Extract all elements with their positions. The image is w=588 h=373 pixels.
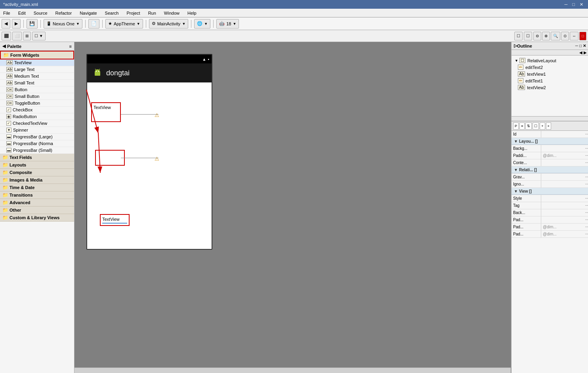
menu-file[interactable]: File (2, 10, 12, 16)
palette-item-checkbox[interactable]: ✓ CheckBox (0, 107, 74, 113)
api-dropdown[interactable]: 🤖 18 ▼ (216, 19, 239, 29)
zoom-actual-btn[interactable]: 🔍 (551, 32, 560, 40)
prop-value-gravity[interactable] (541, 174, 585, 180)
palette-item-checkedtextview[interactable]: ✓ CheckedTextView (0, 120, 74, 127)
menu-source[interactable]: Source (32, 10, 49, 16)
toggle-landscape-btn[interactable]: ⬜ (12, 32, 22, 40)
section-expand-relati[interactable]: ▼ (514, 168, 518, 172)
menu-project[interactable]: Project (125, 10, 141, 16)
palette-item-largetext[interactable]: Ab Large Text (0, 66, 74, 73)
category-images-media[interactable]: 📁 Images & Media (0, 176, 74, 184)
category-text-fields[interactable]: 📁 Text Fields (0, 154, 74, 161)
zoom-in-btn[interactable]: ⊕ (542, 32, 550, 40)
category-transitions[interactable]: 📁 Transitions (0, 191, 74, 199)
category-form-widgets[interactable]: 📁 Form Widgets (0, 51, 74, 59)
window-controls[interactable]: ─ □ ✕ (563, 2, 585, 7)
prop-value-id[interactable] (541, 131, 585, 138)
canvas-scroll-container[interactable]: ▲ ▪ (74, 42, 511, 367)
prop-value-style[interactable] (541, 195, 585, 202)
theme-dropdown[interactable]: ★ AppTheme ▼ (105, 19, 143, 29)
menu-help[interactable]: Help (186, 10, 198, 16)
textview2-box[interactable]: TextView (100, 214, 130, 226)
prop-dots-background[interactable]: ... (585, 145, 588, 152)
prop-value-back[interactable] (541, 209, 585, 216)
snap-btn[interactable]: ☐ ▼ (32, 32, 46, 40)
prop-dots-content[interactable]: ... (585, 159, 588, 166)
tree-item-edittext2[interactable]: ✏ editText2 (513, 64, 587, 71)
prop-dots-ignoregravity[interactable]: ... (585, 181, 588, 187)
palette-item-radiobutton[interactable]: ◉ RadioButton (0, 113, 74, 120)
close-btn[interactable]: ✕ (578, 2, 585, 7)
zoom-btn2[interactable]: ☐ (524, 32, 532, 40)
section-expand-view[interactable]: ▼ (514, 189, 518, 193)
prop-dots-back[interactable]: ... (585, 209, 588, 216)
back-button[interactable]: ◀ (2, 19, 10, 29)
prop-dots-style[interactable]: ... (585, 195, 588, 202)
prop-value-tag[interactable] (541, 202, 585, 209)
prop-dots-padding[interactable]: ... (585, 152, 588, 159)
menu-navigate[interactable]: Navigate (78, 10, 98, 16)
prop-dots-tag[interactable]: ... (585, 202, 588, 209)
prop-dots-pad1[interactable]: ... (585, 216, 588, 223)
prop-dots-id[interactable]: ... (585, 131, 588, 138)
palette-item-textview[interactable]: Ab TextView (0, 59, 74, 66)
palette-item-progressbar-normal[interactable]: ▬ ProgressBar (Norma (0, 140, 74, 147)
palette-item-togglebutton[interactable]: OK ToggleButton (0, 100, 74, 107)
prop-dots-pad3[interactable]: ... (585, 231, 588, 237)
prop-value-padding[interactable]: @dim... (541, 152, 585, 159)
zoom-fit-btn[interactable]: ☐ (514, 32, 523, 40)
menu-refactor[interactable]: Refactor (54, 10, 74, 16)
tree-item-relativelayout[interactable]: ▼ ☐ RelativeLayout (513, 57, 587, 64)
overview-btn[interactable]: □ (579, 32, 586, 40)
prop-value-pad3[interactable]: @dim... (541, 231, 585, 237)
prop-value-background[interactable] (541, 145, 585, 152)
save-button[interactable]: 💾 (27, 19, 38, 29)
palette-item-smalltext[interactable]: Ab Small Text (0, 80, 74, 86)
globe-dropdown[interactable]: 🌐 ▼ (194, 19, 210, 29)
props-btn-add[interactable]: + (540, 122, 545, 130)
outline-maximize-icon[interactable]: □ (579, 44, 582, 48)
tree-item-edittext1[interactable]: ✏ editText1 (513, 77, 587, 84)
save-file-button[interactable]: 📄 (88, 19, 99, 29)
palette-item-mediumtext[interactable]: Ab Medium Text (0, 73, 74, 80)
palette-item-smallbutton[interactable]: OK Small Button (0, 93, 74, 100)
prop-value-pad2[interactable]: @dim... (541, 224, 585, 230)
props-btn-p[interactable]: P (513, 122, 519, 130)
activity-dropdown[interactable]: ⚙ MainActivity ▼ (149, 19, 189, 29)
canvas-h-scroll[interactable] (74, 367, 511, 373)
prop-value-content[interactable] (541, 159, 585, 166)
outline-scrollbar[interactable] (512, 116, 588, 121)
prop-dots-gravity[interactable]: ... (585, 174, 588, 180)
minimize-btn[interactable]: ─ (563, 2, 569, 7)
forward-button[interactable]: ▶ (12, 19, 21, 29)
tree-item-textview2[interactable]: Ab textView2 (513, 84, 587, 91)
menu-edit[interactable]: Edit (17, 10, 27, 16)
zoom-fit-screen-btn[interactable]: ⊙ (561, 32, 569, 40)
category-custom-library[interactable]: 📁 Custom & Library Views (0, 214, 74, 222)
section-expand-layout[interactable]: ▼ (514, 139, 518, 143)
props-btn-filter[interactable]: ☐ (533, 122, 539, 130)
category-time-date[interactable]: 📁 Time & Date (0, 184, 74, 191)
category-other[interactable]: 📁 Other (0, 207, 74, 214)
palette-item-button[interactable]: OK Button (0, 86, 74, 93)
prop-value-pad1[interactable] (541, 216, 585, 223)
grid-btn[interactable]: ⊞ (23, 32, 31, 40)
toggle-portait-btn[interactable]: ⬛ (2, 32, 11, 40)
props-btn-remove[interactable]: × (546, 122, 551, 130)
palette-item-spinner[interactable]: ▼ Spinner (0, 127, 74, 134)
maximize-btn[interactable]: □ (571, 2, 577, 7)
menu-run[interactable]: Run (147, 10, 158, 16)
outline-minimize-icon[interactable]: ─ (575, 44, 578, 48)
prop-value-ignoregravity[interactable] (541, 181, 585, 187)
palette-item-progressbar-large[interactable]: ▬ ProgressBar (Large) (0, 134, 74, 140)
tree-item-textview1[interactable]: Ab textView1 (513, 71, 587, 77)
category-composite[interactable]: 📁 Composite (0, 169, 74, 176)
category-layouts[interactable]: 📁 Layouts (0, 161, 74, 169)
category-advanced[interactable]: 📁 Advanced (0, 199, 74, 207)
outline-close-icon[interactable]: ✕ (583, 44, 586, 48)
palette-menu-icon[interactable]: ≡ (69, 44, 72, 49)
menu-search[interactable]: Search (103, 10, 120, 16)
textview1-box[interactable]: TextView (91, 102, 121, 122)
props-btn-sort[interactable]: ⇅ (525, 122, 532, 130)
prop-dots-pad2[interactable]: ... (585, 224, 588, 230)
